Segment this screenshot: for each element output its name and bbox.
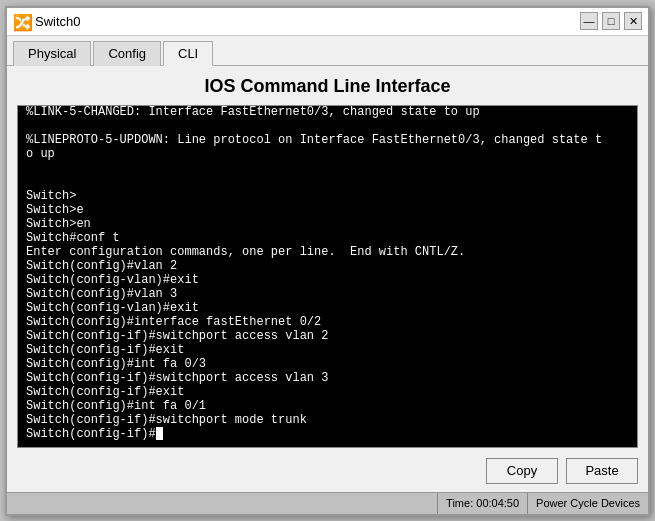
power-cycle-button[interactable]: Power Cycle Devices	[527, 493, 648, 514]
title-bar: 🔀 Switch0 — □ ✕	[7, 8, 648, 36]
window-controls: — □ ✕	[580, 12, 642, 30]
main-window: 🔀 Switch0 — □ ✕ Physical Config CLI IOS …	[5, 6, 650, 516]
maximize-button[interactable]: □	[602, 12, 620, 30]
tab-config[interactable]: Config	[93, 41, 161, 66]
page-title: IOS Command Line Interface	[7, 66, 648, 105]
close-button[interactable]: ✕	[624, 12, 642, 30]
app-icon: 🔀	[13, 13, 29, 29]
status-bar: Time: 00:04:50 Power Cycle Devices	[7, 492, 648, 514]
cli-terminal[interactable]: o up %LINK-5-CHANGED: Interface FastEthe…	[17, 105, 638, 448]
tab-cli[interactable]: CLI	[163, 41, 213, 66]
time-display: Time: 00:04:50	[437, 493, 527, 514]
paste-button[interactable]: Paste	[566, 458, 638, 484]
copy-button[interactable]: Copy	[486, 458, 558, 484]
cli-cursor	[156, 427, 163, 440]
minimize-button[interactable]: —	[580, 12, 598, 30]
tab-physical[interactable]: Physical	[13, 41, 91, 66]
title-bar-left: 🔀 Switch0	[13, 13, 81, 29]
tab-bar: Physical Config CLI	[7, 36, 648, 66]
window-title: Switch0	[35, 14, 81, 29]
button-row: Copy Paste	[7, 454, 648, 492]
